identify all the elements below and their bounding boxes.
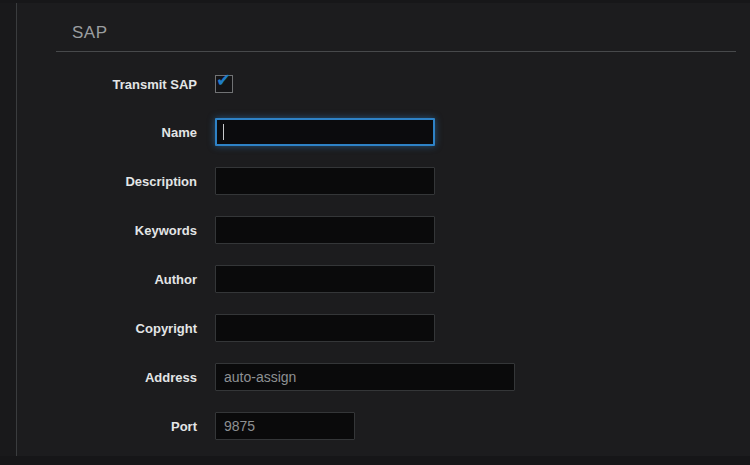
name-row: Name	[0, 118, 750, 146]
transmit-sap-row: Transmit SAP ✔	[0, 75, 750, 93]
address-label: Address	[0, 370, 197, 385]
author-input[interactable]	[215, 265, 435, 293]
address-input[interactable]	[215, 363, 515, 391]
port-label: Port	[0, 419, 197, 434]
description-row: Description	[0, 167, 750, 195]
text-caret	[223, 124, 224, 140]
keywords-row: Keywords	[0, 216, 750, 244]
name-label: Name	[0, 125, 197, 140]
author-row: Author	[0, 265, 750, 293]
copyright-label: Copyright	[0, 321, 197, 336]
copyright-input[interactable]	[215, 314, 435, 342]
description-input[interactable]	[215, 167, 435, 195]
port-input[interactable]	[215, 412, 355, 440]
address-row: Address	[0, 363, 750, 391]
checkmark-icon: ✔	[216, 70, 231, 90]
top-edge-shade	[0, 0, 750, 3]
name-input[interactable]	[215, 118, 435, 146]
section-title-sap: SAP	[72, 23, 108, 43]
keywords-label: Keywords	[0, 223, 197, 238]
transmit-sap-checkbox[interactable]: ✔	[215, 75, 233, 93]
keywords-input[interactable]	[215, 216, 435, 244]
bottom-edge-shade	[0, 456, 750, 465]
sap-settings-panel: SAP Transmit SAP ✔ Name Description Keyw…	[0, 0, 750, 465]
description-label: Description	[0, 174, 197, 189]
transmit-sap-label: Transmit SAP	[0, 77, 197, 92]
author-label: Author	[0, 272, 197, 287]
port-row: Port	[0, 412, 750, 440]
copyright-row: Copyright	[0, 314, 750, 342]
section-divider	[56, 51, 736, 52]
